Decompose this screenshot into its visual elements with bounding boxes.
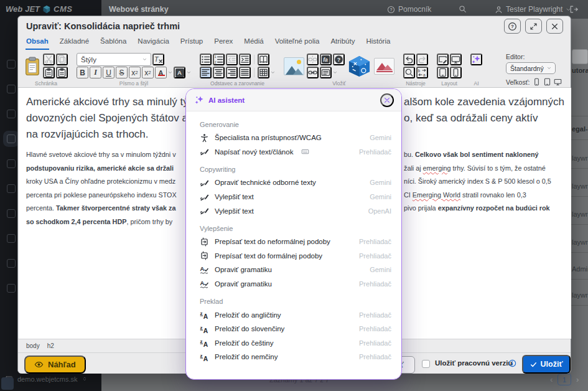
logout-button[interactable]: [569, 5, 578, 14]
caret-icon[interactable]: [187, 70, 191, 75]
insert-image-button[interactable]: [284, 57, 304, 75]
align-center-button[interactable]: [213, 67, 225, 78]
superscript-button[interactable]: x2: [142, 67, 154, 78]
sidebar-icon[interactable]: [7, 134, 16, 143]
tab--abl-na[interactable]: Šablóna: [100, 35, 127, 49]
ai-menu-item[interactable]: AOpraviť gramatikuGemini: [200, 263, 391, 277]
phone-preview-button[interactable]: [450, 67, 462, 78]
dialog-fullscreen-button[interactable]: [525, 19, 542, 34]
sidebar-icon[interactable]: [7, 284, 16, 293]
ai-menu-item[interactable]: zAPreložiť do češtinyPrehliadač: [200, 336, 391, 351]
caret-icon[interactable]: [333, 70, 337, 75]
editor-help-button[interactable]: ?: [333, 54, 345, 65]
copy-button[interactable]: [56, 54, 68, 65]
tab-obsah[interactable]: Obsah: [26, 35, 49, 50]
edit-layout-button[interactable]: [437, 54, 449, 65]
find-button[interactable]: [403, 67, 415, 78]
undo-button[interactable]: [403, 54, 415, 65]
dialog-close-button[interactable]: [546, 19, 563, 34]
ai-popup-close-button[interactable]: [380, 93, 394, 107]
ai-menu-item[interactable]: Vylepšiť textGemini: [200, 190, 391, 204]
ai-menu-item[interactable]: zAPreložiť do slovenčinyPrehliadač: [200, 322, 391, 336]
font-awesome-button[interactable]: fa: [320, 54, 332, 65]
clear-formatting-button[interactable]: T: [152, 54, 164, 65]
sidebar-icon[interactable]: [7, 184, 16, 193]
subscript-button[interactable]: x2: [129, 67, 141, 78]
ai-assistant-button[interactable]: [470, 54, 482, 65]
insert-table-button[interactable]: [258, 67, 269, 78]
help-menu[interactable]: ? Pomocník: [387, 5, 431, 14]
tab-z-kladn-[interactable]: Základné: [59, 35, 90, 49]
pagination-next-icon[interactable]: ›: [576, 375, 579, 384]
redo-button[interactable]: [416, 54, 428, 65]
dialog-help-button[interactable]: ?: [504, 19, 521, 34]
element-path-body[interactable]: body: [26, 342, 40, 349]
caret-icon[interactable]: [168, 70, 172, 75]
link-button[interactable]: [307, 67, 319, 78]
styles-dropdown[interactable]: Štýly: [77, 53, 151, 66]
sidebar-icon[interactable]: [7, 209, 16, 218]
editor-type-select[interactable]: Štandardný: [506, 62, 556, 74]
save-version-checkbox[interactable]: [422, 360, 430, 368]
ai-menu-item[interactable]: Prepísať text do neformálnej podobyPrehl…: [200, 235, 391, 249]
align-right-button[interactable]: [226, 67, 238, 78]
ai-menu-item[interactable]: Napísať nový text/článokPrehliadač: [200, 145, 391, 159]
ai-menu-item[interactable]: Opraviť technické odborné textyGemini: [200, 176, 391, 190]
ai-menu-item[interactable]: zAPreložiť do nemčinyPrehliadač: [200, 350, 391, 364]
ai-menu-item[interactable]: Vylepšiť textOpenAI: [200, 204, 391, 218]
numbered-list-button[interactable]: 12: [213, 54, 225, 65]
save-button[interactable]: Uložiť: [522, 355, 571, 374]
tab-perex[interactable]: Perex: [213, 35, 233, 49]
ai-menu-item[interactable]: AOpraviť gramatikuPrehliadač: [200, 277, 391, 291]
sidebar-icon[interactable]: [7, 259, 16, 268]
insert-form-button[interactable]: [320, 67, 332, 78]
tab-m-di-[interactable]: Médiá: [243, 35, 264, 49]
caret-icon[interactable]: [271, 70, 275, 75]
text-color-button[interactable]: A: [155, 67, 167, 78]
paste-from-word-button[interactable]: [56, 67, 68, 78]
insert-component-icon[interactable]: [347, 54, 371, 78]
ai-menu-item[interactable]: zAPreložiť do angličtinyPrehliadač: [200, 308, 391, 322]
sidebar-icon[interactable]: [7, 60, 16, 68]
insert-media-button[interactable]: [374, 58, 394, 75]
increase-indent-button[interactable]: [239, 54, 251, 65]
tab-volite-n-polia[interactable]: Voliteľné polia: [274, 35, 320, 49]
tablet-preview-button[interactable]: [437, 67, 449, 78]
sidebar-icon[interactable]: [7, 110, 16, 118]
user-menu[interactable]: Tester Playwright: [495, 5, 571, 14]
find-replace-button[interactable]: ba: [416, 67, 428, 78]
sidebar-icon[interactable]: [7, 85, 16, 93]
sidebar-icon[interactable]: [7, 159, 16, 168]
strikethrough-button[interactable]: S: [116, 67, 128, 78]
size-tablet-icon[interactable]: [543, 78, 551, 86]
site-switcher[interactable]: demo.webjetcms.sk: [5, 375, 87, 383]
tab-hist-ria[interactable]: História: [365, 35, 391, 49]
pagination-page[interactable]: 1: [558, 374, 571, 385]
underline-button[interactable]: U: [103, 67, 114, 78]
preview-button[interactable]: Náhľad: [24, 356, 86, 374]
bold-button[interactable]: B: [77, 67, 88, 78]
ai-menu-item[interactable]: Špecialista na prístupnosť/WCAGGemini: [200, 131, 391, 145]
element-path-h2[interactable]: h2: [47, 342, 54, 349]
ai-menu-item[interactable]: Prepísať text do formálnej podobyPrehlia…: [200, 249, 391, 263]
desktop-preview-button[interactable]: [450, 54, 462, 65]
cut-button[interactable]: [43, 54, 55, 65]
background-color-button[interactable]: A: [174, 67, 185, 78]
size-desktop-icon[interactable]: [554, 78, 562, 86]
size-phone-icon[interactable]: [533, 78, 541, 86]
unlink-button[interactable]: [307, 54, 319, 65]
global-search[interactable]: [459, 5, 467, 13]
sidebar-icon[interactable]: [7, 234, 16, 243]
pagination-prev-icon[interactable]: ‹: [550, 375, 553, 384]
justify-button[interactable]: [239, 67, 251, 78]
italic-button[interactable]: I: [90, 67, 101, 78]
tab-pr-stup[interactable]: Prístup: [180, 35, 203, 49]
block-styles-button[interactable]: [258, 54, 269, 65]
tab-atrib-ty[interactable]: Atribúty: [330, 35, 355, 49]
decrease-indent-button[interactable]: [226, 54, 238, 65]
bulleted-list-button[interactable]: [200, 54, 212, 65]
tab-navig-cia[interactable]: Navigácia: [137, 35, 170, 49]
info-icon[interactable]: [508, 359, 516, 367]
align-left-button[interactable]: [200, 67, 212, 78]
paste-clipboard-icon[interactable]: [24, 57, 40, 76]
